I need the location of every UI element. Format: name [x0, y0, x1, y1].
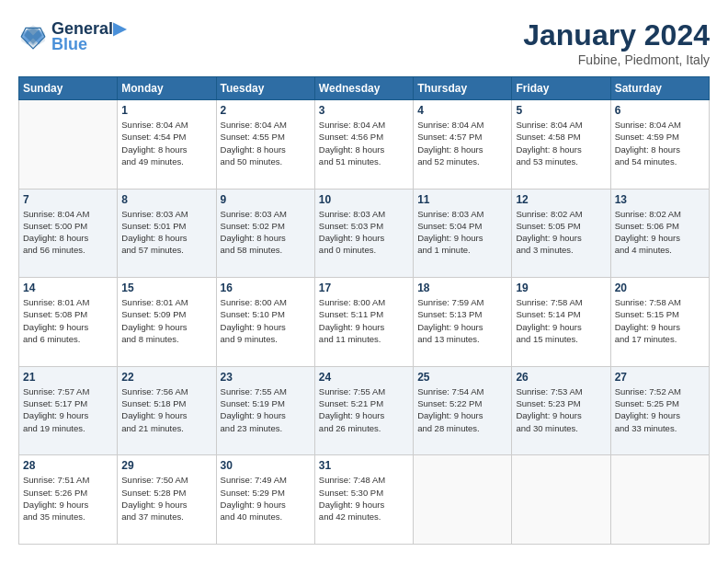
- calendar-cell: 28Sunrise: 7:51 AM Sunset: 5:26 PM Dayli…: [19, 455, 118, 545]
- day-info: Sunrise: 8:04 AM Sunset: 5:00 PM Dayligh…: [23, 208, 113, 257]
- day-info: Sunrise: 8:04 AM Sunset: 4:54 PM Dayligh…: [121, 119, 211, 167]
- day-info: Sunrise: 7:50 AM Sunset: 5:28 PM Dayligh…: [121, 474, 211, 523]
- calendar-cell: 23Sunrise: 7:55 AM Sunset: 5:19 PM Dayli…: [216, 366, 314, 455]
- col-saturday: Saturday: [610, 77, 709, 100]
- calendar-cell: 27Sunrise: 7:52 AM Sunset: 5:25 PM Dayli…: [610, 366, 709, 455]
- calendar-cell: 21Sunrise: 7:57 AM Sunset: 5:17 PM Dayli…: [19, 366, 118, 455]
- day-number: 21: [23, 371, 113, 384]
- day-number: 30: [221, 459, 311, 472]
- day-number: 10: [319, 193, 409, 206]
- calendar-cell: 29Sunrise: 7:50 AM Sunset: 5:28 PM Dayli…: [118, 455, 216, 545]
- day-number: 6: [615, 104, 705, 117]
- day-info: Sunrise: 7:55 AM Sunset: 5:21 PM Dayligh…: [319, 385, 409, 434]
- calendar-cell: 31Sunrise: 7:48 AM Sunset: 5:30 PM Dayli…: [314, 455, 413, 545]
- month-title: January 2024: [523, 18, 710, 52]
- day-info: Sunrise: 8:04 AM Sunset: 4:55 PM Dayligh…: [221, 119, 311, 167]
- calendar-cell: 2Sunrise: 8:04 AM Sunset: 4:55 PM Daylig…: [216, 100, 314, 190]
- calendar-cell: 6Sunrise: 8:04 AM Sunset: 4:59 PM Daylig…: [610, 100, 709, 190]
- calendar-week-row: 14Sunrise: 8:01 AM Sunset: 5:08 PM Dayli…: [19, 278, 710, 367]
- day-number: 17: [319, 282, 409, 294]
- day-info: Sunrise: 8:04 AM Sunset: 4:57 PM Dayligh…: [417, 119, 507, 167]
- calendar-cell: 1Sunrise: 8:04 AM Sunset: 4:54 PM Daylig…: [118, 100, 216, 190]
- calendar-cell: 18Sunrise: 7:59 AM Sunset: 5:13 PM Dayli…: [414, 278, 512, 367]
- day-info: Sunrise: 8:03 AM Sunset: 5:04 PM Dayligh…: [417, 208, 507, 257]
- page: General▶ Blue January 2024 Fubine, Piedm…: [0, 0, 728, 563]
- day-number: 22: [121, 371, 211, 384]
- calendar-cell: 8Sunrise: 8:03 AM Sunset: 5:01 PM Daylig…: [118, 189, 216, 278]
- day-number: 13: [615, 193, 705, 206]
- day-number: 7: [23, 193, 113, 206]
- day-info: Sunrise: 7:57 AM Sunset: 5:17 PM Dayligh…: [23, 385, 113, 434]
- calendar-cell: 14Sunrise: 8:01 AM Sunset: 5:08 PM Dayli…: [19, 278, 118, 367]
- day-info: Sunrise: 7:56 AM Sunset: 5:18 PM Dayligh…: [121, 385, 211, 434]
- calendar-cell: [512, 455, 610, 545]
- day-info: Sunrise: 8:03 AM Sunset: 5:03 PM Dayligh…: [319, 208, 409, 257]
- calendar-cell: 15Sunrise: 8:01 AM Sunset: 5:09 PM Dayli…: [118, 278, 216, 367]
- day-number: 28: [23, 459, 113, 472]
- logo-icon: [18, 22, 48, 52]
- calendar-cell: 25Sunrise: 7:54 AM Sunset: 5:22 PM Dayli…: [414, 366, 512, 455]
- day-number: 14: [23, 282, 113, 294]
- day-number: 8: [121, 193, 211, 206]
- calendar-cell: [610, 455, 709, 545]
- day-number: 26: [516, 371, 606, 384]
- day-info: Sunrise: 7:58 AM Sunset: 5:15 PM Dayligh…: [615, 296, 705, 345]
- day-info: Sunrise: 8:03 AM Sunset: 5:01 PM Dayligh…: [121, 208, 211, 257]
- day-info: Sunrise: 8:01 AM Sunset: 5:09 PM Dayligh…: [121, 296, 211, 345]
- day-info: Sunrise: 7:52 AM Sunset: 5:25 PM Dayligh…: [615, 385, 705, 434]
- calendar-cell: 11Sunrise: 8:03 AM Sunset: 5:04 PM Dayli…: [414, 189, 512, 278]
- location: Fubine, Piedmont, Italy: [523, 52, 710, 67]
- calendar-cell: 17Sunrise: 8:00 AM Sunset: 5:11 PM Dayli…: [314, 278, 413, 367]
- day-number: 25: [417, 371, 507, 384]
- title-block: January 2024 Fubine, Piedmont, Italy: [523, 18, 710, 67]
- day-info: Sunrise: 7:54 AM Sunset: 5:22 PM Dayligh…: [417, 385, 507, 434]
- calendar-cell: 19Sunrise: 7:58 AM Sunset: 5:14 PM Dayli…: [512, 278, 610, 367]
- day-number: 19: [516, 282, 606, 294]
- day-info: Sunrise: 7:49 AM Sunset: 5:29 PM Dayligh…: [221, 474, 311, 523]
- day-number: 3: [319, 104, 409, 117]
- day-number: 4: [417, 104, 507, 117]
- calendar-cell: 3Sunrise: 8:04 AM Sunset: 4:56 PM Daylig…: [314, 100, 413, 190]
- calendar-cell: 24Sunrise: 7:55 AM Sunset: 5:21 PM Dayli…: [314, 366, 413, 455]
- day-info: Sunrise: 7:55 AM Sunset: 5:19 PM Dayligh…: [221, 385, 311, 434]
- day-number: 15: [121, 282, 211, 294]
- logo: General▶ Blue: [18, 18, 126, 54]
- calendar-cell: 26Sunrise: 7:53 AM Sunset: 5:23 PM Dayli…: [512, 366, 610, 455]
- day-info: Sunrise: 7:48 AM Sunset: 5:30 PM Dayligh…: [319, 474, 409, 523]
- day-number: 12: [516, 193, 606, 206]
- day-number: 24: [319, 371, 409, 384]
- calendar-cell: [414, 455, 512, 545]
- day-info: Sunrise: 7:59 AM Sunset: 5:13 PM Dayligh…: [417, 296, 507, 345]
- day-info: Sunrise: 8:04 AM Sunset: 4:59 PM Dayligh…: [615, 119, 705, 167]
- calendar-week-row: 28Sunrise: 7:51 AM Sunset: 5:26 PM Dayli…: [19, 455, 710, 545]
- calendar-cell: 10Sunrise: 8:03 AM Sunset: 5:03 PM Dayli…: [314, 189, 413, 278]
- day-info: Sunrise: 7:58 AM Sunset: 5:14 PM Dayligh…: [516, 296, 606, 345]
- logo-text: General▶ Blue: [51, 18, 126, 54]
- day-number: 29: [121, 459, 211, 472]
- col-sunday: Sunday: [19, 77, 118, 100]
- day-number: 2: [221, 104, 311, 117]
- calendar-cell: [19, 100, 118, 190]
- day-number: 20: [615, 282, 705, 294]
- calendar-cell: 12Sunrise: 8:02 AM Sunset: 5:05 PM Dayli…: [512, 189, 610, 278]
- calendar-cell: 5Sunrise: 8:04 AM Sunset: 4:58 PM Daylig…: [512, 100, 610, 190]
- col-friday: Friday: [512, 77, 610, 100]
- col-thursday: Thursday: [414, 77, 512, 100]
- col-wednesday: Wednesday: [314, 77, 413, 100]
- calendar-cell: 20Sunrise: 7:58 AM Sunset: 5:15 PM Dayli…: [610, 278, 709, 367]
- day-info: Sunrise: 8:04 AM Sunset: 4:56 PM Dayligh…: [319, 119, 409, 167]
- day-number: 11: [417, 193, 507, 206]
- col-tuesday: Tuesday: [216, 77, 314, 100]
- calendar-cell: 22Sunrise: 7:56 AM Sunset: 5:18 PM Dayli…: [118, 366, 216, 455]
- day-number: 5: [516, 104, 606, 117]
- calendar-cell: 13Sunrise: 8:02 AM Sunset: 5:06 PM Dayli…: [610, 189, 709, 278]
- day-number: 18: [417, 282, 507, 294]
- day-info: Sunrise: 8:00 AM Sunset: 5:11 PM Dayligh…: [319, 296, 409, 345]
- day-number: 9: [221, 193, 311, 206]
- calendar-cell: 4Sunrise: 8:04 AM Sunset: 4:57 PM Daylig…: [414, 100, 512, 190]
- header: General▶ Blue January 2024 Fubine, Piedm…: [18, 18, 710, 67]
- calendar-cell: 7Sunrise: 8:04 AM Sunset: 5:00 PM Daylig…: [19, 189, 118, 278]
- calendar-cell: 16Sunrise: 8:00 AM Sunset: 5:10 PM Dayli…: [216, 278, 314, 367]
- day-info: Sunrise: 8:00 AM Sunset: 5:10 PM Dayligh…: [221, 296, 311, 345]
- day-info: Sunrise: 8:04 AM Sunset: 4:58 PM Dayligh…: [516, 119, 606, 167]
